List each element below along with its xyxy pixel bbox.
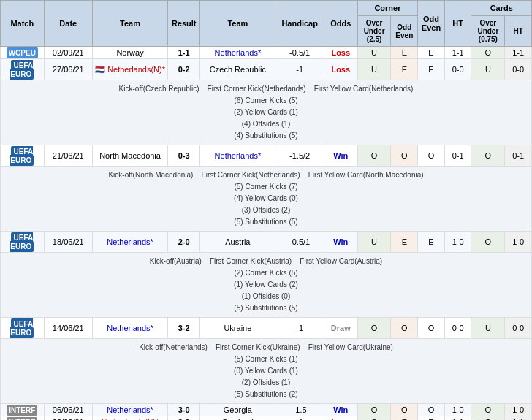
header-over-under-25: Over Under (2.5) xyxy=(357,16,391,47)
match-badge: WCPEU xyxy=(7,47,38,58)
team1-cell: Netherlands* xyxy=(93,318,168,339)
match-label-cell: WCPEU xyxy=(1,47,45,59)
header-team1: Team xyxy=(93,1,168,47)
corner-stat-2: (4) Yellow Cards (0) xyxy=(234,194,298,202)
ht-sub-cell: 0-0 xyxy=(505,59,532,80)
odd-even-cell2: E xyxy=(391,47,418,59)
over075-cell: O xyxy=(471,416,505,421)
odds-cell: Win xyxy=(324,145,357,167)
ht-sub-cell: 1-1 xyxy=(505,47,532,59)
corner-stat-1: (6) Corner Kicks (5) xyxy=(234,96,297,104)
first-corner-label: First Corner Kick(Austria) xyxy=(210,257,292,265)
detail-row: Kick-off(Czech Republic) First Corner Ki… xyxy=(1,80,532,145)
match-badge: UEFA EURO xyxy=(10,318,34,338)
team2-cell: Ukraine xyxy=(200,318,276,339)
header-over-under-075: Over Under (0.75) xyxy=(471,16,505,47)
corner-stat-1: (2) Corner Kicks (5) xyxy=(234,269,297,277)
team1-cell: 🇳🇱 Netherlands(N)* xyxy=(93,59,168,80)
team2-cell: Netherlands* xyxy=(200,145,276,167)
team2-cell: Netherlands* xyxy=(200,47,276,59)
kickoff-label: Kick-off(Czech Republic) xyxy=(119,85,200,93)
corner-label: Corner xyxy=(374,4,400,12)
team1-cell: North Macedonia xyxy=(93,145,168,167)
team1-cell: Netherlands(N)* xyxy=(93,416,168,421)
result-cell: 0-2 xyxy=(168,59,200,80)
ht-cell: 0-0 xyxy=(444,318,471,339)
over-under-cell: U xyxy=(357,47,391,59)
first-yellow-label: First Yellow Card(North Macedonia) xyxy=(308,171,424,179)
odds-cell: Loss xyxy=(324,59,357,80)
odd-even-main-cell: E xyxy=(418,232,445,253)
table-row: INTERF 03/06/21 Netherlands(N)* 2-2 Scot… xyxy=(1,416,532,421)
odd-even-main-cell: O xyxy=(418,145,445,167)
match-badge: UEFA EURO xyxy=(10,146,34,166)
ht-cell: 1-0 xyxy=(444,232,471,253)
table-row: INTERF 06/06/21 Netherlands* 3-0 Georgia… xyxy=(1,404,532,416)
match-label-cell: UEFA EURO xyxy=(1,232,45,253)
result-cell: 2-2 xyxy=(168,416,200,421)
ht-sub-cell: 1-0 xyxy=(505,404,532,416)
result-cell: 1-1 xyxy=(168,47,200,59)
over-under-cell: O xyxy=(357,404,391,416)
header-match: Match xyxy=(1,1,45,47)
team1-cell: Netherlands* xyxy=(93,232,168,253)
table-row: UEFA EURO 27/06/21 🇳🇱 Netherlands(N)* 0-… xyxy=(1,59,532,80)
odds-cell: Loss xyxy=(324,416,357,421)
cards-label: Cards xyxy=(490,4,513,12)
corner-stat-2: (0) Yellow Cards (1) xyxy=(234,367,298,375)
odds-cell: Loss xyxy=(324,47,357,59)
over075-cell: U xyxy=(471,318,505,339)
table-row: UEFA EURO 18/06/21 Netherlands* 2-0 Aust… xyxy=(1,232,532,253)
corner-stat-3: (3) Offsides (2) xyxy=(242,206,291,214)
first-corner-label: First Corner Kick(Ukraine) xyxy=(216,343,300,351)
header-ht-sub: HT xyxy=(505,16,532,47)
detail-cell: Kick-off(Netherlands) First Corner Kick(… xyxy=(1,339,532,404)
odd-even-main-cell: E xyxy=(418,416,445,421)
first-corner-label: First Corner Kick(Netherlands) xyxy=(202,171,300,179)
ht-cell: 0-0 xyxy=(444,59,471,80)
date-cell: 21/06/21 xyxy=(44,145,92,167)
handicap-cell: -0.5/1 xyxy=(276,47,324,59)
kickoff-label: Kick-off(Austria) xyxy=(150,257,202,265)
corner-stat-1: (5) Corner Kicks (1) xyxy=(234,355,297,363)
team2-cell: Czech Republic xyxy=(200,59,276,80)
first-yellow-label: First Yellow Card(Netherlands) xyxy=(314,85,414,93)
match-badge: UEFA EURO xyxy=(10,232,34,252)
over075-cell: U xyxy=(471,59,505,80)
over075-cell: O xyxy=(471,404,505,416)
result-cell: 3-2 xyxy=(168,318,200,339)
ht-cell: 1-1 xyxy=(444,416,471,421)
detail-cell: Kick-off(North Macedonia) First Corner K… xyxy=(1,167,532,232)
odd-even-cell2: E xyxy=(391,416,418,421)
odd-even-main-cell: O xyxy=(418,318,445,339)
corner-stat-1: (5) Corner Kicks (7) xyxy=(234,183,297,191)
header-ht: HT xyxy=(444,1,471,47)
corner-stat-3: (2) Offsides (1) xyxy=(242,378,291,386)
corner-stat-4: (5) Substitutions (2) xyxy=(234,390,297,398)
match-badge: INTERF xyxy=(7,405,37,416)
odd-even-main-cell: E xyxy=(418,47,445,59)
match-label-cell: UEFA EURO xyxy=(1,145,45,167)
date-cell: 02/09/21 xyxy=(44,47,92,59)
handicap-cell: -1.5/2 xyxy=(276,145,324,167)
over075-cell: O xyxy=(471,145,505,167)
match-badge: UEFA EURO xyxy=(10,60,34,80)
detail-row: Kick-off(Austria) First Corner Kick(Aust… xyxy=(1,253,532,318)
match-badge: INTERF xyxy=(7,417,37,420)
header-team2: Team xyxy=(200,1,276,47)
over-under-cell: O xyxy=(357,318,391,339)
date-cell: 03/06/21 xyxy=(44,416,92,421)
match-label-cell: UEFA EURO xyxy=(1,318,45,339)
ht-cell: 1-1 xyxy=(444,47,471,59)
result-cell: 2-0 xyxy=(168,232,200,253)
date-cell: 14/06/21 xyxy=(44,318,92,339)
header-cards: Cards xyxy=(471,1,532,16)
header-result: Result xyxy=(168,1,200,47)
team1-cell: Norway xyxy=(93,47,168,59)
ht-sub-cell: 0-0 xyxy=(505,318,532,339)
table-row: UEFA EURO 21/06/21 North Macedonia 0-3 N… xyxy=(1,145,532,167)
odd-even-main-cell: E xyxy=(418,59,445,80)
ht-sub-cell: 1-0 xyxy=(505,232,532,253)
header-odd-even: Odd Even xyxy=(418,1,445,47)
match-label-cell: INTERF xyxy=(1,404,45,416)
